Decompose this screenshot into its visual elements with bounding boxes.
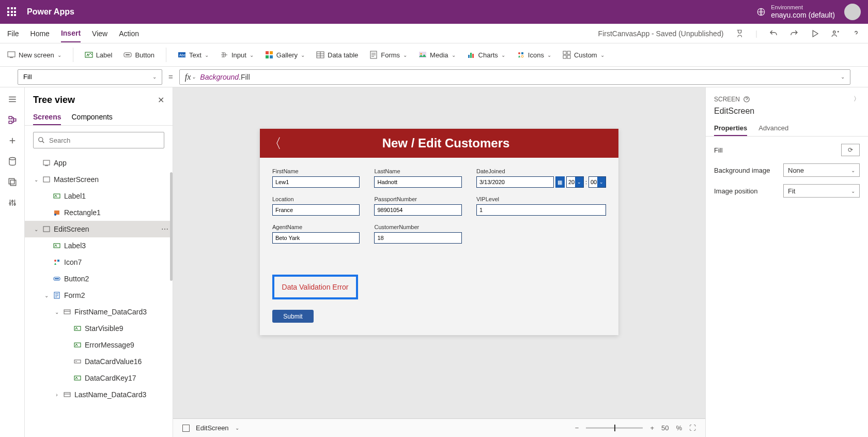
tree-item[interactable]: DataCardKey17 (25, 370, 173, 386)
property-selector[interactable]: Fill⌄ (18, 69, 162, 85)
minute-dropdown[interactable]: 00⌄ (588, 176, 606, 188)
tree-item[interactable]: Label3 (25, 237, 173, 254)
tab-screens[interactable]: Screens (33, 110, 61, 125)
app-title: FirstCanvasApp - Saved (Unpublished) (598, 29, 724, 38)
waffle-icon[interactable] (7, 7, 17, 17)
left-rail (0, 87, 25, 437)
tree-item[interactable]: StarVisible9 (25, 320, 173, 337)
redo-icon[interactable] (789, 29, 799, 38)
footer-screen-name[interactable]: EditScreen (196, 424, 229, 432)
tree-item[interactable]: ⌄EditScreen⋯ (25, 221, 173, 237)
firstname-input[interactable] (272, 176, 360, 188)
share-icon[interactable] (831, 29, 840, 38)
formula-input[interactable]: fx⌄ Background.Fill ⌄ (179, 69, 850, 85)
date-input[interactable] (476, 176, 554, 188)
icons-button[interactable]: Icons⌄ (517, 51, 551, 59)
tree-search[interactable] (33, 132, 164, 148)
info-icon[interactable] (743, 96, 750, 103)
zoom-in-icon[interactable]: + (650, 424, 654, 432)
tree-item[interactable]: ›LastName_DataCard3 (25, 386, 173, 403)
fill-swatch[interactable]: ⟳ (841, 144, 860, 156)
svg-rect-41 (54, 244, 60, 248)
calendar-icon[interactable]: ▦ (555, 176, 565, 188)
tree-item[interactable]: Button2 (25, 270, 173, 287)
location-input[interactable] (272, 204, 360, 216)
tree-item[interactable]: Rectangle1 (25, 204, 173, 221)
image-position-dropdown[interactable]: Fit⌄ (783, 184, 860, 198)
submit-button[interactable]: Submit (272, 310, 314, 323)
canvas-area: 〈 New / Edit Customers FirstName LastNam… (173, 87, 705, 437)
vip-input[interactable] (476, 204, 606, 216)
app-canvas: 〈 New / Edit Customers FirstName LastNam… (260, 129, 618, 335)
add-icon[interactable] (8, 136, 17, 145)
location-label: Location (272, 196, 360, 202)
select-checkbox[interactable] (182, 425, 190, 432)
firstname-label: FirstName (272, 168, 360, 174)
text-icon: Abc (178, 51, 186, 59)
menu-view[interactable]: View (92, 25, 107, 42)
zoom-slider[interactable] (586, 427, 643, 429)
tab-components[interactable]: Components (71, 110, 112, 125)
svg-point-20 (518, 52, 520, 54)
fit-icon[interactable]: ⛶ (689, 424, 696, 432)
app-checker-icon[interactable] (735, 29, 744, 38)
scrollbar-thumb[interactable] (170, 172, 173, 281)
custnum-input[interactable] (374, 232, 461, 244)
chart-icon (467, 51, 475, 59)
undo-icon[interactable] (769, 29, 778, 38)
tree-item[interactable]: Icon7 (25, 254, 173, 270)
close-icon[interactable]: ✕ (158, 95, 164, 105)
passport-input[interactable] (374, 204, 461, 216)
agent-input[interactable] (272, 232, 360, 244)
svg-point-22 (521, 55, 523, 57)
media-icon (419, 51, 427, 59)
chevron-right-icon[interactable]: 〉 (854, 95, 860, 103)
menu-home[interactable]: Home (30, 25, 50, 42)
datatable-button[interactable]: Data table (316, 51, 358, 59)
custom-button[interactable]: Custom⌄ (563, 51, 605, 59)
play-icon[interactable] (810, 29, 819, 38)
forms-button[interactable]: Forms⌄ (369, 51, 407, 59)
new-screen-button[interactable]: New screen⌄ (7, 51, 61, 59)
svg-rect-11 (266, 55, 269, 58)
charts-button[interactable]: Charts⌄ (467, 51, 505, 59)
menu-action[interactable]: Action (119, 25, 139, 42)
tree-item[interactable]: ErrorMessage9 (25, 337, 173, 353)
menu-file[interactable]: File (7, 25, 19, 42)
bg-image-dropdown[interactable]: None⌄ (783, 163, 860, 177)
tree-item[interactable]: Label1 (25, 188, 173, 204)
hamburger-icon[interactable] (8, 95, 17, 104)
svg-rect-37 (54, 194, 60, 198)
help-icon[interactable] (851, 29, 861, 38)
tree-item[interactable]: ⌄FirstName_DataCard3 (25, 304, 173, 320)
svg-point-42 (54, 260, 56, 262)
avatar[interactable] (844, 4, 861, 20)
text-button[interactable]: AbcText⌄ (178, 51, 209, 59)
search-input[interactable] (49, 137, 160, 144)
data-icon[interactable] (8, 157, 17, 166)
tree-item[interactable]: ⌄Form2 (25, 287, 173, 304)
lastname-input[interactable] (374, 176, 461, 188)
tree-item[interactable]: DataCardValue16 (25, 353, 173, 370)
back-icon[interactable]: 〈 (268, 134, 282, 153)
pp-tab-advanced[interactable]: Advanced (758, 121, 788, 136)
button-button[interactable]: Button (123, 51, 154, 59)
settings-rail-icon[interactable] (8, 198, 17, 207)
tree-item[interactable]: App (25, 155, 173, 171)
media-button[interactable]: Media⌄ (419, 51, 455, 59)
input-button[interactable]: Input⌄ (220, 51, 254, 59)
hour-dropdown[interactable]: 20⌄ (566, 176, 584, 188)
zoom-unit: % (676, 424, 682, 432)
error-label[interactable]: Data Validation Error (272, 275, 358, 299)
svg-point-32 (14, 204, 16, 205)
tree-view-icon[interactable] (8, 115, 17, 125)
pp-tab-properties[interactable]: Properties (714, 121, 747, 136)
media-rail-icon[interactable] (8, 177, 17, 187)
environment-picker[interactable]: Environment enayu.com (default) (756, 4, 835, 20)
tree-item[interactable]: ⌄MasterScreen (25, 171, 173, 188)
label-button[interactable]: Label (85, 51, 113, 59)
search-icon (38, 137, 45, 144)
zoom-out-icon[interactable]: − (575, 424, 579, 432)
gallery-button[interactable]: Gallery⌄ (265, 51, 305, 59)
menu-insert[interactable]: Insert (61, 25, 81, 42)
